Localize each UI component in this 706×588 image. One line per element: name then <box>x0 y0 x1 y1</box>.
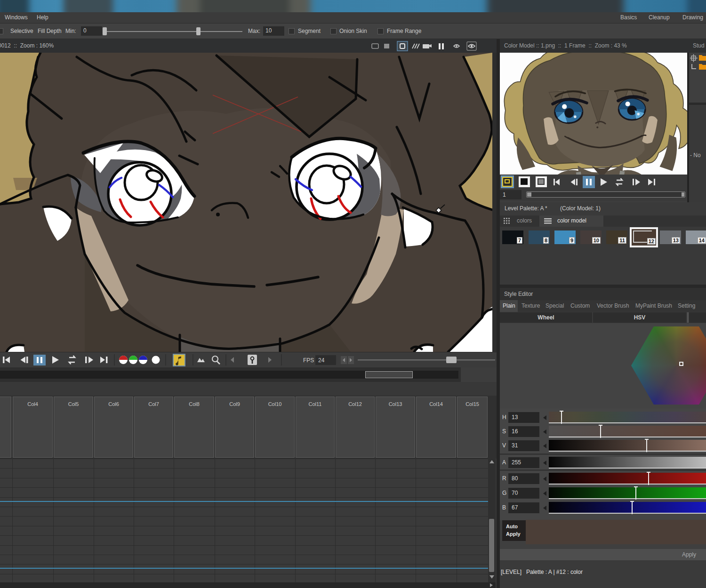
svg-text:24: 24 <box>318 357 325 364</box>
svg-text:FPS: FPS <box>303 357 314 364</box>
